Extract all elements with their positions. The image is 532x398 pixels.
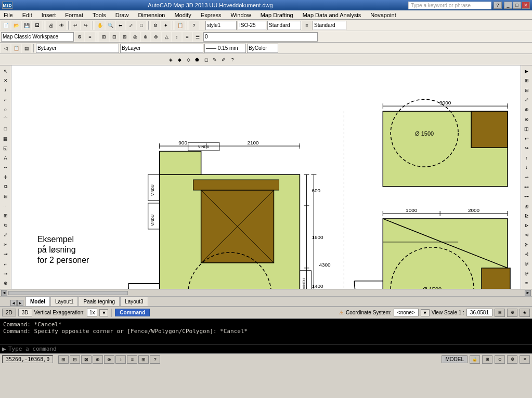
offset-btn[interactable]: ⋯ xyxy=(1,202,10,211)
save-as-btn[interactable]: 🖫 xyxy=(32,21,42,30)
right-btn2[interactable]: ⊞ xyxy=(522,76,531,86)
settings-btn2[interactable]: ⚙ xyxy=(507,355,517,364)
vert-dropdown[interactable]: ▼ xyxy=(99,309,108,316)
3d-btn[interactable]: 3D xyxy=(18,309,32,316)
tab-scroll-right[interactable]: ► xyxy=(17,300,23,306)
bycolor-dropdown[interactable]: ByColor xyxy=(247,44,278,53)
open-btn[interactable]: 📂 xyxy=(11,21,21,30)
right-btn9[interactable]: ↪ xyxy=(522,144,531,153)
right-btn16[interactable]: ⊵ xyxy=(522,211,531,220)
menu-window[interactable]: Window xyxy=(229,11,253,19)
horizontal-scrollbar[interactable]: ◄ ► xyxy=(0,289,532,296)
menu-map-drafting[interactable]: Map Drafting xyxy=(259,11,295,19)
snap-btn2[interactable]: ◈ xyxy=(520,309,530,317)
select-btn[interactable]: ↖ xyxy=(1,67,10,76)
ducs-btn[interactable]: △ xyxy=(162,32,171,42)
menu-tools[interactable]: Tools xyxy=(91,11,108,19)
right-btn1[interactable]: ▶ xyxy=(522,67,531,76)
scroll-thumb[interactable] xyxy=(8,291,128,295)
plot-btn[interactable]: 📋 xyxy=(175,21,185,30)
array-btn[interactable]: ⊞ xyxy=(1,211,10,220)
ws-btn2[interactable]: ≡ xyxy=(85,32,95,42)
scroll-left-btn[interactable]: ◄ xyxy=(1,290,7,296)
menu-edit[interactable]: Edit xyxy=(21,11,34,19)
scroll-right-btn[interactable]: ► xyxy=(525,290,531,296)
rotate-btn[interactable]: ↻ xyxy=(1,221,10,230)
polyline-btn[interactable]: ⌐ xyxy=(1,96,10,105)
redo-btn[interactable]: ↪ xyxy=(81,21,90,30)
snap-toggle-btn[interactable]: ⊞ xyxy=(495,309,505,317)
right-btn6[interactable]: ⊗ xyxy=(522,115,531,124)
zoom-win-btn[interactable]: □ xyxy=(137,21,146,30)
minimize-btn[interactable]: _ xyxy=(504,2,512,9)
maximize-btn[interactable]: □ xyxy=(513,2,521,9)
menu-novapoint[interactable]: Novapoint xyxy=(369,11,398,19)
viewport-btn[interactable]: ⊞ xyxy=(482,355,492,364)
layer-input[interactable]: 0 xyxy=(203,32,318,42)
bylayer2-dropdown[interactable]: ByLayer xyxy=(120,44,203,53)
right-btn5[interactable]: ⊕ xyxy=(522,105,531,114)
right-btn4[interactable]: ⤢ xyxy=(522,96,531,105)
extend-btn[interactable]: ⇥ xyxy=(1,250,10,259)
right-btn20[interactable]: ⊰ xyxy=(522,250,531,259)
standard2-dropdown[interactable]: Standard xyxy=(313,21,346,30)
right-btn21[interactable]: ⊯ xyxy=(522,259,531,269)
rect-btn[interactable]: □ xyxy=(1,124,10,134)
extra-btn4[interactable]: ⬟ xyxy=(193,56,201,64)
menu-dimension[interactable]: Dimension xyxy=(136,11,166,19)
pan-btn[interactable]: ✋ xyxy=(95,21,105,30)
insert-btn[interactable]: ⊕ xyxy=(1,278,10,288)
snap-l-btn[interactable]: ≡ xyxy=(127,355,137,364)
measure-btn[interactable]: ⊸ xyxy=(1,269,10,278)
right-btn11[interactable]: ↓ xyxy=(522,163,531,173)
copy-btn[interactable]: ⧉ xyxy=(1,182,10,192)
arc-btn[interactable]: ⌒ xyxy=(1,115,10,124)
workspace-dropdown[interactable]: Map Classic Workspace xyxy=(1,32,74,42)
erase-btn[interactable]: ✕ xyxy=(1,76,10,86)
extra-btn7[interactable]: ✐ xyxy=(219,56,228,64)
extra-btn3[interactable]: ◇ xyxy=(184,56,192,64)
snap-btn[interactable]: ⊞ xyxy=(99,32,109,42)
extra-btn2[interactable]: ◆ xyxy=(175,56,184,64)
menu-file[interactable]: File xyxy=(2,11,15,19)
standard-dropdown[interactable]: Standard xyxy=(267,21,301,30)
canvas-area[interactable]: Ø 1500 DØR 9M VINDU VINDU VINDU VINDU xyxy=(11,65,521,289)
right-btn22[interactable]: ⊮ xyxy=(522,269,531,278)
menu-modify[interactable]: Modify xyxy=(173,11,192,19)
snap-p-btn[interactable]: ⊕ xyxy=(93,355,103,364)
layer-state-btn[interactable]: ▤ xyxy=(22,44,31,53)
search-input[interactable]: Type a keyword or phrase xyxy=(408,2,491,9)
2d-btn[interactable]: 2D xyxy=(2,309,16,316)
extra-btn8[interactable]: ? xyxy=(228,56,237,64)
tab-paals-tegning[interactable]: Paals tegning xyxy=(79,297,120,306)
snap-q-btn[interactable]: ? xyxy=(150,355,160,364)
move-btn[interactable]: ✛ xyxy=(1,173,10,182)
menu-format[interactable]: Format xyxy=(63,11,85,19)
snap-g-btn[interactable]: ⊟ xyxy=(70,355,80,364)
extra-btn1[interactable]: ◈ xyxy=(166,56,175,64)
grid-btn[interactable]: ⊟ xyxy=(110,32,119,42)
coord-sys-dropdown[interactable]: ▼ xyxy=(421,309,430,316)
right-btn17[interactable]: ⊳ xyxy=(522,221,531,230)
line-btn[interactable]: / xyxy=(1,86,10,95)
snap-c-btn[interactable]: ⊞ xyxy=(138,355,149,364)
right-btn3[interactable]: ⊟ xyxy=(522,86,531,95)
otrack-btn[interactable]: ⊗ xyxy=(151,32,161,42)
zoom-btn[interactable]: 🔍 xyxy=(106,21,115,30)
snap-t-btn[interactable]: ⊗ xyxy=(104,355,114,364)
extra-btn5[interactable]: ◻ xyxy=(202,56,210,64)
help-toolbar-btn[interactable]: ? xyxy=(189,21,199,30)
menu-map-data[interactable]: Map Data and Analysis xyxy=(301,11,363,19)
right-btn15[interactable]: ⊴ xyxy=(522,202,531,211)
right-btn13[interactable]: ⊷ xyxy=(522,182,531,192)
osnap-btn[interactable]: ⊕ xyxy=(141,32,150,42)
right-btn19[interactable]: ⊱ xyxy=(522,240,531,249)
circle-btn[interactable]: ○ xyxy=(1,105,10,114)
menu-express[interactable]: Express xyxy=(199,11,223,19)
match-btn[interactable]: ✦ xyxy=(161,21,171,30)
ortho-btn[interactable]: ⊠ xyxy=(120,32,129,42)
dyn-btn[interactable]: ↕ xyxy=(172,32,181,42)
tab-model[interactable]: Model xyxy=(25,297,50,306)
zoom-ext-btn[interactable]: ⤢ xyxy=(126,21,136,30)
print-btn[interactable]: 🖨 xyxy=(46,21,56,30)
